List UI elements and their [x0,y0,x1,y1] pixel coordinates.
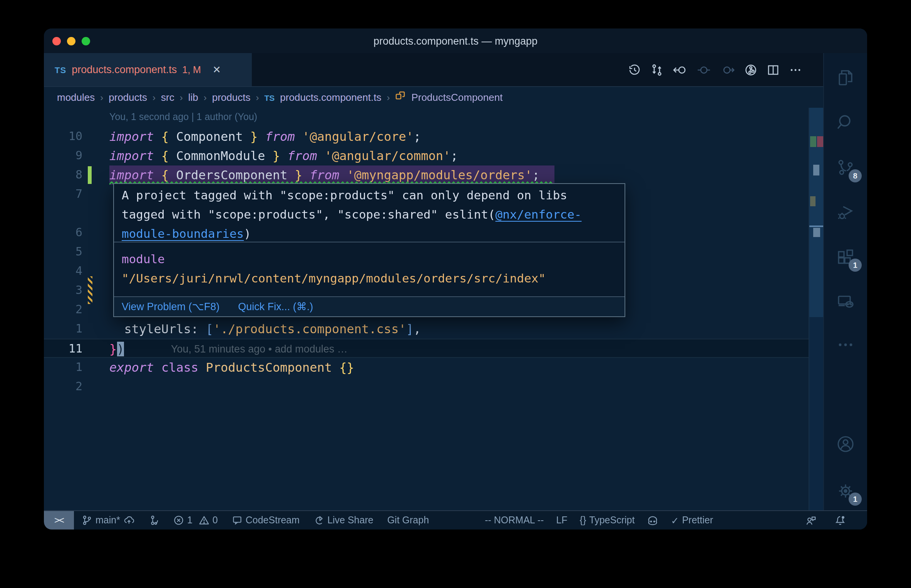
eslint-rule-link[interactable]: @nx/enforce- [496,208,582,222]
settings-gear-icon[interactable]: 1 [836,481,856,501]
prettier-label: Prettier [682,515,713,526]
token-pl: CommonModule [169,149,273,163]
code-line[interactable]: 2 [44,377,809,396]
code-line[interactable]: 9import { CommonModule } from '@angular/… [44,146,809,165]
explorer-icon[interactable] [836,68,856,88]
line-number: 4 [44,262,82,281]
code-line[interactable]: 8import { OrdersComponent } from '@mynga… [44,165,809,185]
chevron-right-icon: › [256,92,259,103]
run-debug-icon[interactable] [836,202,856,222]
blame-line[interactable]: You, 1 second ago | 1 author (You) [44,108,809,127]
token-pl [154,149,161,163]
window-title: products.component.ts — myngapp [44,35,867,47]
token-br: { [161,168,169,182]
eol-indicator[interactable]: LF [556,515,567,526]
problem-message-text: A project tagged with "scope:products" c… [122,189,567,202]
token-kw: from [265,129,295,144]
line-number: 2 [44,300,82,319]
feedback-icon[interactable] [805,511,817,530]
more-views-icon[interactable] [836,335,856,355]
breadcrumb-item[interactable]: src [161,92,174,103]
code-line[interactable]: 1 styleUrls: ['./products.component.css'… [44,319,809,339]
token-kw: import [109,168,154,182]
git-branch-item[interactable]: main* [82,515,135,526]
next-change-icon[interactable] [721,63,735,76]
module-path: "/Users/juri/nrwl/content/myngapp/module… [122,272,546,286]
token-pl: Component [169,129,250,144]
search-icon[interactable] [836,112,856,132]
eslint-rule-link[interactable]: module-boundaries [122,227,244,241]
token-pl: styleUrls: [109,322,206,336]
git-graph-item[interactable]: Git Graph [387,515,429,526]
line-number: 7 [44,185,82,204]
breadcrumb-symbol[interactable]: ProductsComponent [411,92,502,103]
quick-fix-action[interactable]: Quick Fix... (⌘.) [238,297,313,316]
breadcrumb-item[interactable]: products [109,92,147,103]
line-number: 8 [44,165,82,185]
token-kw2: class [161,360,198,375]
live-share-item[interactable]: Live Share [313,515,373,526]
breadcrumb-item[interactable]: modules [57,92,95,103]
chevron-right-icon: › [152,92,156,103]
accounts-icon[interactable] [836,434,856,454]
remote-indicator[interactable]: >< [44,511,74,530]
line-number: 11 [44,339,82,359]
token-pl [302,168,310,182]
code-line[interactable]: 1export class ProductsComponent {} [44,358,809,377]
notifications-bell-icon[interactable] [834,511,846,530]
previous-change-icon[interactable] [697,63,711,76]
vim-mode-indicator[interactable]: -- NORMAL -- [485,515,544,526]
local-history-icon[interactable] [628,63,641,76]
gutter-modified-indicator [88,166,92,184]
split-editor-icon[interactable] [767,63,779,76]
breadcrumb-item[interactable]: lib [188,92,198,103]
code-line[interactable]: 11})You, 51 minutes ago • add modules … [44,339,809,358]
token-str: '@angular/common' [325,149,451,163]
vscode-window: products.component.ts — myngapp TS produ… [44,28,867,530]
error-icon [173,515,184,526]
compare-changes-icon[interactable] [651,63,663,76]
token-pl [198,360,206,375]
tab-products-component[interactable]: TS products.component.ts 1, M ✕ [44,53,252,86]
git-graph-label: Git Graph [387,515,429,526]
breadcrumb-item[interactable]: products [212,92,251,103]
branch-name: main* [95,515,120,526]
chevron-right-icon: › [180,92,183,103]
token-pl [280,149,287,163]
token-kw: export [109,360,154,375]
tab-close-icon[interactable]: ✕ [213,64,221,75]
overview-mark-info [813,165,819,175]
code-line[interactable]: 10import { Component } from '@angular/co… [44,127,809,146]
line-number: 3 [44,281,82,300]
code-text: import { Component } from '@angular/core… [109,127,421,146]
code-editor[interactable]: You, 1 second ago | 1 author (You)10impo… [44,108,809,510]
pipeline-item[interactable] [149,515,159,526]
extensions-badge: 1 [849,259,862,272]
live-share-label: Live Share [327,515,373,526]
codestream-item[interactable]: CodeStream [232,515,300,526]
error-count: 1 [187,515,193,526]
github-octoface-icon[interactable] [647,514,658,526]
token-pl: ; [414,129,421,144]
remote-explorer-icon[interactable] [836,292,856,312]
extensions-icon[interactable]: 1 [836,247,856,267]
prettier-item[interactable]: ✓ Prettier [671,514,713,526]
navigate-back-icon[interactable] [673,63,687,76]
problems-item[interactable]: 1 0 [173,515,218,526]
line-number: 9 [44,146,82,165]
git-graph-icon[interactable] [745,63,757,76]
overview-mark-modified [810,196,816,206]
language-mode-item[interactable]: {} TypeScript [580,515,635,526]
token-kw: from [310,168,339,182]
codestream-label: CodeStream [246,515,300,526]
source-control-icon[interactable]: 8 [836,158,856,178]
tab-bar: TS products.component.ts 1, M ✕ [44,53,823,87]
breadcrumb-file[interactable]: products.component.ts [280,92,381,103]
chevron-right-icon: › [204,92,207,103]
view-problem-action[interactable]: View Problem (⌥F8) [122,297,219,316]
token-br: } [273,149,280,163]
token-pl: OrdersComponent [169,168,295,182]
overview-ruler [809,108,823,510]
tab-filename: products.component.ts [72,64,177,75]
more-actions-icon[interactable] [789,63,802,76]
